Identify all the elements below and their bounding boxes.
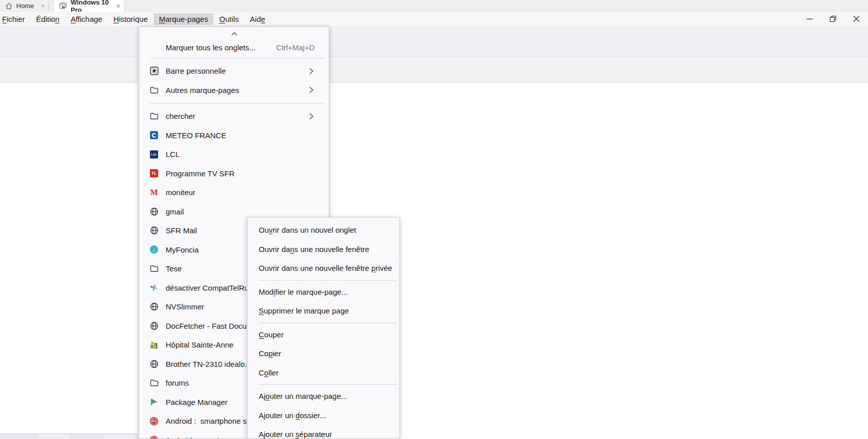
context-item-paste[interactable]: Coller (247, 363, 399, 383)
folder-icon (149, 85, 159, 95)
menu-edition[interactable]: Édition (30, 13, 65, 25)
close-icon[interactable]: × (116, 3, 120, 9)
context-item-delete-bookmark[interactable]: Supprimer le marque page (247, 301, 399, 321)
separator (259, 323, 396, 323)
navigation-toolbar: Rechercher ou saisir une adresse S? (0, 56, 868, 83)
context-item-cut[interactable]: Couper (247, 325, 399, 344)
folder-icon (149, 379, 159, 388)
window-controls (798, 12, 868, 26)
vm-tab-strip: Home × Windows 10 Pro × (0, 0, 868, 12)
taskbar-sliver (0, 433, 139, 439)
bookmark-context-menu: Ouvrir dans un nouvel onglet Ouvrir dans… (247, 217, 400, 439)
home-icon (5, 3, 13, 10)
separator (259, 384, 396, 385)
context-item-open-private-window[interactable]: Ouvrir dans une nouvelle fenêtre privée (247, 259, 399, 278)
google-play-favicon (149, 397, 159, 406)
globe-icon (149, 302, 159, 311)
lcl-favicon: LCL (149, 150, 159, 159)
tools-favicon (149, 283, 159, 292)
firefox-tab-strip: Nouvel onglet (0, 26, 868, 56)
folder-icon (149, 264, 159, 273)
shortcut-label: Ctrl+Maj+D (276, 43, 315, 52)
close-icon[interactable]: × (41, 3, 45, 9)
context-item-copy[interactable]: Copier (247, 344, 399, 363)
context-item-open-new-window[interactable]: Ouvrir dans une nouvelle fenêtre (247, 240, 399, 259)
01net-favicon: 01 (149, 417, 159, 426)
bookmark-item[interactable]: M moniteur (139, 183, 329, 202)
browser-window: Home × Windows 10 Pro × Fichier Édition … (0, 0, 868, 439)
bookmarks-toolbar-icon (149, 67, 159, 76)
menu-item-autres-marque-pages[interactable]: Autres marque-pages (139, 81, 329, 100)
context-item-add-bookmark[interactable]: Ajouter un marque-page... (247, 387, 399, 406)
context-item-add-separator[interactable]: Ajouter un séparateur (247, 425, 399, 439)
menu-outils[interactable]: Outils (213, 13, 244, 25)
tele-loisirs-favicon: TL (149, 169, 159, 178)
folder-icon (149, 112, 159, 121)
vm-console-icon (59, 2, 67, 10)
menu-fichier[interactable]: Fichier (0, 13, 30, 25)
close-button[interactable] (845, 12, 868, 26)
context-item-add-folder[interactable]: Ajouter un dossier... (247, 406, 399, 425)
bookmark-item[interactable]: LCL LCL (139, 145, 329, 164)
menu-item-chercher[interactable]: chercher (139, 107, 329, 126)
context-item-edit-bookmark[interactable]: Modifier le marque-page... (247, 283, 399, 302)
minimize-button[interactable] (798, 12, 821, 26)
moniteur-favicon: M (149, 188, 159, 197)
separator (149, 103, 324, 104)
myfoncia-favicon: ⌂ (149, 245, 159, 254)
menu-historique[interactable]: Historique (108, 13, 153, 25)
menu-item-barre-personnelle[interactable]: Barre personnelle (139, 61, 329, 81)
01net-favicon: 01 (149, 435, 159, 439)
bookmark-item[interactable]: TL Programme TV SFR (139, 164, 329, 183)
chevron-right-icon (309, 68, 314, 75)
restore-button[interactable] (821, 12, 845, 26)
vm-tab-home[interactable]: Home × (0, 0, 49, 12)
chevron-right-icon (309, 113, 314, 120)
globe-icon (149, 226, 159, 235)
menu-affichage[interactable]: Affichage (65, 13, 108, 25)
scroll-up-chevron-icon[interactable] (139, 27, 329, 40)
vm-tab-windows10[interactable]: Windows 10 Pro × (53, 0, 125, 12)
separator (259, 280, 396, 280)
menu-aide[interactable]: Aide (244, 13, 271, 25)
separator (149, 58, 324, 58)
menu-marque-pages[interactable]: Marque-pages (153, 13, 214, 25)
context-item-open-new-tab[interactable]: Ouvrir dans un nouvel onglet (247, 221, 399, 240)
vm-tab-label: Home (16, 2, 34, 10)
globe-icon (149, 207, 159, 216)
globe-icon (149, 359, 159, 368)
menu-bar: Fichier Édition Affichage Historique Mar… (0, 12, 868, 26)
globe-icon (149, 321, 159, 330)
hospital-favicon (149, 340, 159, 350)
chevron-right-icon (309, 86, 314, 93)
bookmark-item[interactable]: METEO FRANCE (139, 126, 329, 145)
meteo-france-favicon (149, 131, 159, 140)
page-content (0, 83, 868, 433)
menu-item-mark-all-tabs[interactable]: Marquer tous les onglets... Ctrl+Maj+D (139, 40, 329, 54)
